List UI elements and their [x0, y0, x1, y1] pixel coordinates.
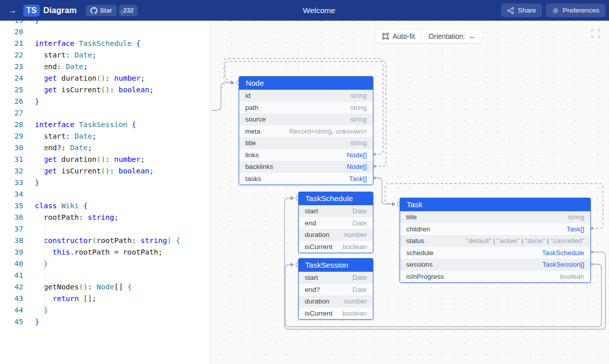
orientation-button[interactable]: Orientation: ↔ [421, 29, 482, 43]
edge-arrowhead [231, 81, 235, 85]
code-line: 38 constructor(rootPath: string) { [0, 235, 210, 247]
field-type: Date [352, 274, 367, 281]
code-line: 34 [0, 189, 210, 200]
share-button[interactable]: Share [501, 4, 542, 17]
edge-source-handle [374, 165, 377, 168]
code-text: constructor(rootPath: string) { [35, 235, 180, 247]
field-row: titlestring [400, 211, 590, 223]
line-number: 37 [0, 223, 23, 235]
document-title: Welcome [303, 6, 335, 15]
fullscreen-icon[interactable] [591, 29, 600, 38]
field-row: endDate [299, 217, 373, 229]
indent-guide [53, 247, 54, 258]
field-type: boolean [560, 273, 584, 280]
field-type: string [568, 213, 584, 221]
edge-arrowhead [291, 263, 294, 267]
code-text: getNodes(): Node[] { [35, 281, 132, 293]
field-name: duration [305, 231, 329, 238]
line-number: 26 [0, 96, 23, 107]
code-text: class Wiki { [35, 200, 88, 212]
field-name: end [305, 219, 316, 227]
edge-source-handle [374, 153, 377, 156]
field-row: metaRecord<string, unknown> [239, 126, 373, 138]
code-line: 31 get duration(): number; [0, 154, 210, 165]
field-name: schedule [406, 249, 433, 257]
entity-header[interactable]: TaskSchedule [299, 192, 373, 205]
field-name: backlinks [245, 163, 273, 170]
line-number: 25 [0, 84, 23, 96]
code-line: 20 [0, 26, 210, 38]
line-number: 42 [0, 281, 23, 293]
field-row: isCurrentboolean [299, 308, 373, 320]
entity-header[interactable]: Task [400, 198, 590, 211]
github-icon [90, 7, 97, 14]
indent-guide [44, 131, 45, 177]
line-number: 39 [0, 247, 23, 258]
field-row: durationnumber [299, 295, 373, 308]
expand-menu-arrow-icon[interactable]: → [0, 6, 23, 16]
gear-icon [552, 7, 559, 14]
code-line: 27 [0, 107, 210, 119]
field-type: boolean [343, 243, 367, 251]
preferences-button[interactable]: Preferences [546, 4, 605, 17]
code-line: 43 return []; [0, 293, 210, 305]
field-name: start [305, 207, 318, 215]
code-line: 22 start: Date; [0, 49, 210, 61]
orientation-arrow-icon: ↔ [469, 32, 476, 40]
field-type: Date [352, 207, 367, 215]
field-name: meta [245, 128, 260, 135]
field-type: TaskSession[] [542, 261, 584, 268]
field-name: isCurrent [305, 243, 333, 251]
edge-source-handle [591, 251, 594, 254]
field-name: isInProgress [406, 273, 444, 280]
code-editor[interactable]: 19}2021interface TaskSchedule {22 start:… [0, 21, 211, 364]
field-row: end?Date [299, 284, 373, 296]
auto-fit-icon [382, 33, 389, 40]
entity-node-task[interactable]: TasktitlestringchildrenTask[]status"defa… [400, 198, 591, 283]
indent-guide [44, 49, 45, 96]
field-row: durationnumber [299, 229, 373, 241]
line-number: 32 [0, 165, 23, 177]
field-name: sessions [406, 261, 433, 268]
field-type: string [350, 115, 367, 123]
entity-node-taskschedule[interactable]: TaskSchedulestartDateendDatedurationnumb… [298, 192, 373, 253]
field-row: pathstring [239, 102, 373, 114]
share-icon [507, 7, 514, 14]
entity-node-tasksession[interactable]: TaskSessionstartDateend?Datedurationnumb… [298, 258, 373, 320]
code-line: 29 start: Date; [0, 131, 210, 142]
line-number: 22 [0, 49, 23, 61]
line-number: 38 [0, 235, 23, 247]
field-name: duration [305, 297, 329, 305]
edge-node-tasks-to-task [374, 178, 393, 204]
field-row: startDate [299, 205, 373, 217]
field-name: id [245, 92, 251, 99]
line-number: 31 [0, 154, 23, 165]
field-name: source [245, 115, 266, 123]
code-text: } [35, 21, 39, 26]
edge-arrowhead [291, 196, 294, 200]
entity-header[interactable]: Node [239, 77, 373, 90]
field-row: tasksTask[] [239, 173, 373, 185]
auto-fit-label: Auto-fit [393, 32, 415, 40]
field-type: number [344, 297, 367, 305]
code-line: 37 [0, 223, 210, 235]
code-line: 23 end: Date; [0, 61, 210, 73]
line-number: 33 [0, 177, 23, 189]
indent-guide [44, 212, 45, 316]
field-type: boolean [343, 310, 367, 317]
field-type: number [344, 231, 367, 238]
field-type: Task[] [349, 175, 367, 183]
line-number: 41 [0, 270, 23, 281]
auto-fit-button[interactable]: Auto-fit [375, 29, 421, 43]
field-type: "default" | "active" | "done" | "cancell… [466, 237, 584, 245]
code-line: 36 rootPath: string; [0, 212, 210, 223]
field-row: scheduleTaskSchedule [400, 247, 590, 259]
code-text: get isCurrent(): boolean; [35, 165, 154, 177]
entity-node-node[interactable]: NodeidstringpathstringsourcestringmetaRe… [239, 76, 373, 185]
entity-header[interactable]: TaskSession [299, 259, 373, 272]
diagram-canvas[interactable]: NodeidstringpathstringsourcestringmetaRe… [211, 21, 609, 364]
field-row: titlestring [239, 137, 373, 149]
field-row: isInProgressboolean [400, 271, 590, 283]
code-line: 35class Wiki { [0, 200, 210, 212]
github-star-widget[interactable]: Star 232 [86, 5, 138, 16]
